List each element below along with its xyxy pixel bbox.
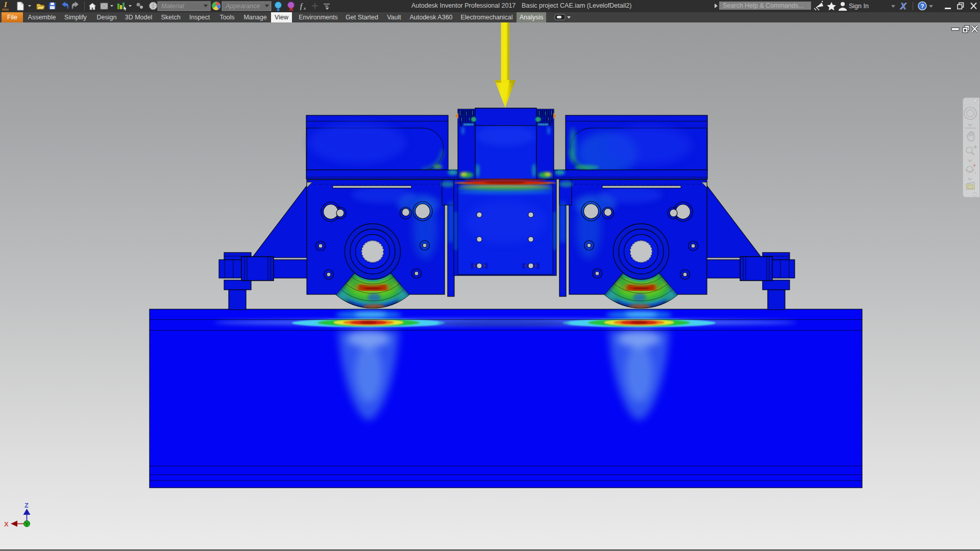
svg-text:Z: Z	[24, 502, 29, 509]
svg-text:I: I	[4, 1, 8, 9]
svg-text:Sign In: Sign In	[849, 3, 869, 10]
svg-text:Material: Material	[161, 3, 185, 10]
svg-text:x: x	[303, 6, 306, 11]
svg-text:X: X	[900, 2, 907, 11]
svg-text:f: f	[300, 3, 303, 10]
svg-text:X: X	[4, 520, 9, 528]
svg-text:PRO: PRO	[2, 8, 9, 11]
svg-text:?: ?	[921, 3, 924, 9]
svg-text:Appearance: Appearance	[225, 3, 260, 10]
